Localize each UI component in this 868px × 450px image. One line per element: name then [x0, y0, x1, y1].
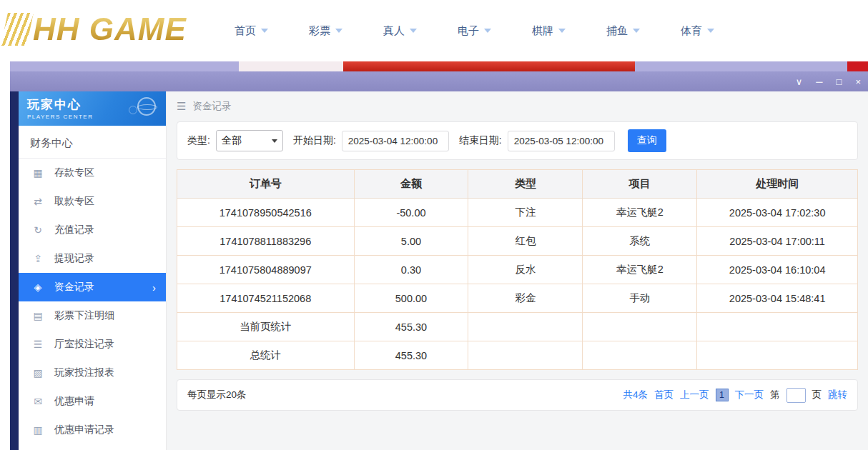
jump-suffix-label: 页	[812, 389, 822, 401]
cell-empty	[583, 341, 697, 370]
lottery-detail-icon: ▤	[32, 310, 44, 321]
window-minimize-icon[interactable]: ─	[816, 77, 822, 86]
nav-item-fishing[interactable]: 捕鱼	[606, 24, 640, 38]
sidebar-header: 玩家中心 PLAYERS CENTER	[19, 91, 166, 126]
nav-label: 首页	[235, 24, 256, 38]
nav-label: 棋牌	[532, 24, 553, 38]
sidebar-item-withdraw-zone[interactable]: ⇄取款专区	[19, 187, 166, 216]
sidebar-item-fund-records[interactable]: ◈资金记录›	[19, 273, 166, 301]
type-select[interactable]: 全部	[216, 130, 283, 151]
first-page-link[interactable]: 首页	[654, 389, 674, 401]
sidebar-item-label: 取款专区	[54, 195, 94, 208]
sidebar-item-hall-bet-records[interactable]: ☰厅室投注记录	[19, 330, 166, 359]
nav-label: 体育	[681, 24, 702, 38]
window-collapse-icon[interactable]: ∨	[796, 77, 803, 86]
promo-icon: ✉	[32, 396, 44, 407]
sidebar-section-finance: 财务中心	[19, 126, 166, 159]
cell-order-no: 1741075804889097	[177, 256, 355, 284]
next-page-link[interactable]: 下一页	[735, 389, 764, 401]
active-chevron-icon: ›	[152, 281, 156, 294]
chevron-down-icon	[484, 29, 491, 33]
cell-empty	[468, 313, 583, 341]
nav-item-slots[interactable]: 电子	[458, 24, 491, 38]
cell-amount: -50.00	[354, 199, 468, 227]
cell-empty	[697, 341, 858, 370]
sidebar-item-lottery-bet-details[interactable]: ▤彩票下注明细	[19, 301, 166, 330]
cell-amount: 500.00	[354, 284, 468, 313]
nav-item-chess[interactable]: 棋牌	[532, 24, 566, 38]
table-header-row: 订单号 金额 类型 项目 处理时间	[177, 170, 858, 199]
sidebar-item-promo-apply-records[interactable]: ▥优惠申请记录	[19, 416, 166, 444]
globe-icon	[137, 97, 156, 116]
page-size-label: 每页显示20条	[187, 389, 247, 401]
cell-type: 彩金	[468, 284, 583, 313]
start-date-label: 开始日期:	[293, 134, 336, 147]
cell-amount: 455.30	[354, 313, 468, 341]
sidebar-item-label: 存款专区	[54, 166, 94, 179]
cell-item: 系统	[583, 227, 697, 256]
sidebar-item-player-bet-report[interactable]: ▨玩家投注报表	[19, 359, 166, 387]
sidebar-item-label: 资金记录	[54, 281, 94, 294]
sidebar-item-recharge-records[interactable]: ↻充值记录	[19, 216, 166, 244]
nav-label: 捕鱼	[606, 24, 628, 38]
screen: HH GAME 首页 彩票 真人 电子 棋牌 捕鱼 体育 ∨ ─ □ ×	[0, 0, 868, 450]
sidebar-item-label: 玩家投注报表	[54, 366, 114, 379]
chevron-down-icon	[633, 29, 640, 33]
cell-amount: 0.30	[354, 256, 468, 284]
behind-block	[10, 61, 239, 71]
sidebar-item-label: 充值记录	[54, 224, 94, 236]
jump-page-input[interactable]	[786, 388, 806, 403]
select-chevron-icon	[272, 139, 277, 143]
window-close-icon[interactable]: ×	[855, 77, 861, 86]
chevron-down-icon	[558, 29, 566, 33]
jump-button[interactable]: 跳转	[828, 389, 847, 401]
table-row: 1741074521152068 500.00 彩金 手动 2025-03-04…	[177, 284, 858, 313]
deposit-icon: ▦	[32, 167, 44, 179]
sidebar-item-promo-apply[interactable]: ✉优惠申请	[19, 387, 166, 416]
sidebar-item-deposit-zone[interactable]: ▦存款专区	[19, 159, 166, 187]
sidebar-menu: ▦存款专区 ⇄取款专区 ↻充值记录 ⇪提现记录 ◈资金记录› ▤彩票下注明细 ☰…	[19, 159, 166, 444]
logo-text: HH GAME	[33, 11, 187, 47]
recharge-icon: ↻	[32, 224, 44, 236]
cell-type: 反水	[468, 256, 583, 284]
nav-item-sports[interactable]: 体育	[681, 24, 714, 38]
menu-icon[interactable]: ☰	[177, 100, 186, 113]
window-body: 玩家中心 PLAYERS CENTER 财务中心 ▦存款专区 ⇄取款专区 ↻充值…	[10, 91, 868, 450]
table-row: 1741075804889097 0.30 反水 幸运飞艇2 2025-03-0…	[177, 256, 858, 284]
nav-item-home[interactable]: 首页	[235, 24, 268, 38]
current-page-button[interactable]: 1	[716, 389, 729, 401]
window-titlebar: ∨ ─ □ ×	[10, 71, 868, 91]
table-row-grand-total: 总统计 455.30	[177, 341, 858, 370]
player-center-window: ∨ ─ □ × 玩家中心 PLAYERS CENTER 财务中心 ▦存款专区	[10, 71, 868, 450]
site-nav: 首页 彩票 真人 电子 棋牌 捕鱼 体育	[235, 0, 714, 61]
records-table: 订单号 金额 类型 项目 处理时间 1741078950542516 -50.0…	[177, 169, 858, 370]
breadcrumb: ☰ 资金记录	[177, 91, 858, 121]
header-item: 项目	[583, 170, 697, 199]
cell-amount: 5.00	[354, 227, 468, 256]
sidebar-item-label: 彩票下注明细	[54, 309, 114, 322]
nav-item-live[interactable]: 真人	[383, 24, 417, 38]
end-date-input[interactable]	[508, 131, 615, 151]
total-count-label: 共4条	[623, 389, 648, 401]
cell-item: 幸运飞艇2	[583, 256, 697, 284]
promo-record-icon: ▥	[32, 424, 44, 436]
filter-panel: 类型: 全部 开始日期: 结束日期: 查询	[177, 121, 858, 160]
behind-block	[239, 61, 343, 71]
cell-time: 2025-03-04 17:02:30	[697, 199, 858, 227]
chevron-down-icon	[410, 29, 417, 33]
prev-page-link[interactable]: 上一页	[680, 389, 709, 401]
sidebar-item-withdrawal-records[interactable]: ⇪提现记录	[19, 244, 166, 273]
header-type: 类型	[468, 170, 583, 199]
window-maximize-icon[interactable]: □	[837, 77, 842, 86]
main-content: ☰ 资金记录 类型: 全部 开始日期: 结束日期: 查询	[167, 91, 868, 450]
cell-order-no: 1741074521152068	[177, 284, 355, 313]
header-time: 处理时间	[697, 170, 858, 199]
sidebar-item-label: 优惠申请记录	[54, 424, 114, 436]
cell-order-no: 1741078811883296	[177, 227, 355, 256]
cell-time: 2025-03-04 16:10:04	[697, 256, 858, 284]
nav-item-lottery[interactable]: 彩票	[309, 24, 342, 38]
start-date-input[interactable]	[342, 131, 449, 151]
site-logo[interactable]: HH GAME	[4, 11, 187, 47]
query-button[interactable]: 查询	[628, 129, 666, 152]
page-behind-banner	[0, 61, 868, 71]
